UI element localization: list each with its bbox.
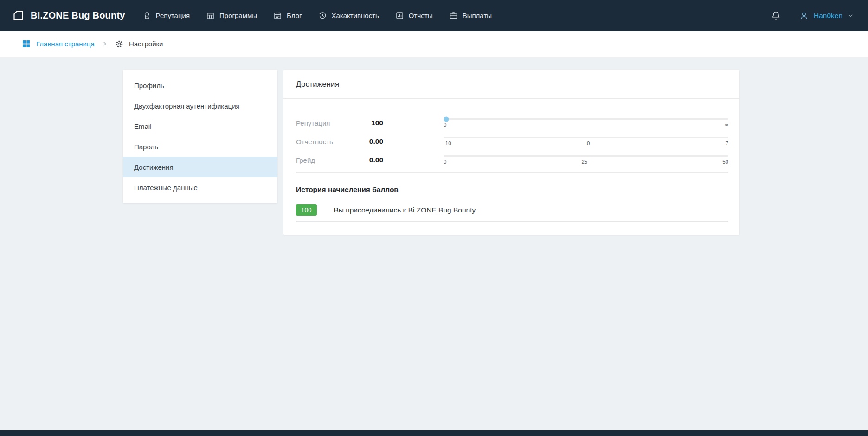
bell-icon xyxy=(771,10,781,21)
notifications-button[interactable] xyxy=(771,10,781,21)
slider-scale: 0 25 50 xyxy=(444,159,728,165)
metric-value: 100 xyxy=(356,119,383,127)
username: Han0ken xyxy=(814,12,842,20)
metric-row-grade: Грейд 0.00 0 25 50 xyxy=(296,151,728,169)
history-clock-icon xyxy=(318,11,328,20)
metric-row-reputation: Репутация 100 0 ∞ xyxy=(296,114,728,132)
metric-value: 0.00 xyxy=(356,156,383,164)
slider-handle xyxy=(444,116,449,122)
scale-min: 0 xyxy=(444,122,446,128)
brand-name: BI.ZONE Bug Bounty xyxy=(31,10,125,21)
history-entry-text: Вы присоединились к Bi.ZONE Bug Bounty xyxy=(334,206,476,214)
slider-track xyxy=(444,155,728,157)
building-icon xyxy=(206,11,215,20)
nav-item-programs[interactable]: Программы xyxy=(206,11,257,20)
footer-strip xyxy=(0,430,868,436)
metric-slider: -10 0 7 xyxy=(444,137,728,146)
home-grid-icon xyxy=(21,39,31,49)
nav-label: Репутация xyxy=(156,12,190,19)
nav-item-hackactivity[interactable]: Хакактивность xyxy=(318,11,379,20)
metric-label: Грейд xyxy=(296,156,356,164)
user-menu[interactable]: Han0ken xyxy=(799,11,854,21)
history-entry: 100 Вы присоединились к Bi.ZONE Bug Boun… xyxy=(296,204,728,222)
achievements-panel: Достижения Репутация 100 0 ∞ xyxy=(283,70,739,235)
nav-item-reports[interactable]: Отчеты xyxy=(395,11,433,20)
settings-menu: Профиль Двухфакторная аутентификация Ema… xyxy=(123,70,277,203)
settings-menu-item-payment-details[interactable]: Платежные данные xyxy=(123,177,277,198)
chevron-down-icon xyxy=(847,12,854,19)
slider-scale: -10 0 7 xyxy=(444,141,728,146)
breadcrumb-current-label: Настройки xyxy=(129,40,163,48)
history-title: История начисления баллов xyxy=(296,186,728,194)
breadcrumb-home-label: Главная страница xyxy=(36,40,95,48)
settings-menu-item-email[interactable]: Email xyxy=(123,116,277,136)
scale-mid: 25 xyxy=(581,159,587,165)
breadcrumb-current: Настройки xyxy=(115,39,163,49)
bizone-logo-icon xyxy=(12,9,25,22)
brand-home-link[interactable]: BI.ZONE Bug Bounty xyxy=(12,9,125,22)
scale-max: ∞ xyxy=(725,122,728,128)
calendar-icon xyxy=(273,11,283,20)
nav-label: Хакактивность xyxy=(332,12,379,19)
scale-max: 7 xyxy=(726,141,728,146)
main-navigation: Репутация Программы xyxy=(142,11,492,20)
metric-row-accuracy: Отчетность 0.00 -10 0 7 xyxy=(296,132,728,151)
nav-item-reputation[interactable]: Репутация xyxy=(142,11,190,20)
medal-icon xyxy=(142,11,152,20)
metric-slider: 0 25 50 xyxy=(444,155,728,165)
settings-menu-item-2fa[interactable]: Двухфакторная аутентификация xyxy=(123,96,277,116)
nav-label: Программы xyxy=(219,12,257,19)
breadcrumb: Главная страница Настройки xyxy=(0,31,868,57)
briefcase-icon xyxy=(449,11,458,20)
settings-menu-item-password[interactable]: Пароль xyxy=(123,136,277,157)
metric-slider: 0 ∞ xyxy=(444,118,728,128)
bar-chart-icon xyxy=(395,11,405,20)
scale-min: -10 xyxy=(444,141,451,146)
metric-value: 0.00 xyxy=(356,137,383,146)
nav-item-blog[interactable]: Блог xyxy=(273,11,302,20)
top-navbar: BI.ZONE Bug Bounty Репутация Программы xyxy=(0,0,868,31)
nav-label: Блог xyxy=(287,12,302,19)
scale-max: 50 xyxy=(722,159,728,165)
section-divider xyxy=(296,172,728,173)
slider-track xyxy=(444,118,728,120)
metric-label: Отчетность xyxy=(296,138,356,146)
settings-menu-item-profile[interactable]: Профиль xyxy=(123,75,277,96)
main-content: Профиль Двухфакторная аутентификация Ema… xyxy=(0,57,868,430)
breadcrumb-home-link[interactable]: Главная страница xyxy=(21,39,95,49)
gear-icon xyxy=(115,39,124,49)
slider-track xyxy=(444,137,728,138)
scale-mid: 0 xyxy=(587,141,590,146)
slider-scale: 0 ∞ xyxy=(444,122,728,128)
user-icon xyxy=(799,11,809,21)
metric-label: Репутация xyxy=(296,119,356,127)
points-badge: 100 xyxy=(296,204,317,216)
scale-min: 0 xyxy=(444,159,446,165)
panel-title: Достижения xyxy=(283,70,739,99)
nav-label: Отчеты xyxy=(409,12,433,19)
breadcrumb-separator-icon xyxy=(102,41,108,47)
nav-label: Выплаты xyxy=(463,12,492,19)
nav-item-payouts[interactable]: Выплаты xyxy=(449,11,492,20)
settings-menu-item-achievements[interactable]: Достижения xyxy=(123,157,277,177)
